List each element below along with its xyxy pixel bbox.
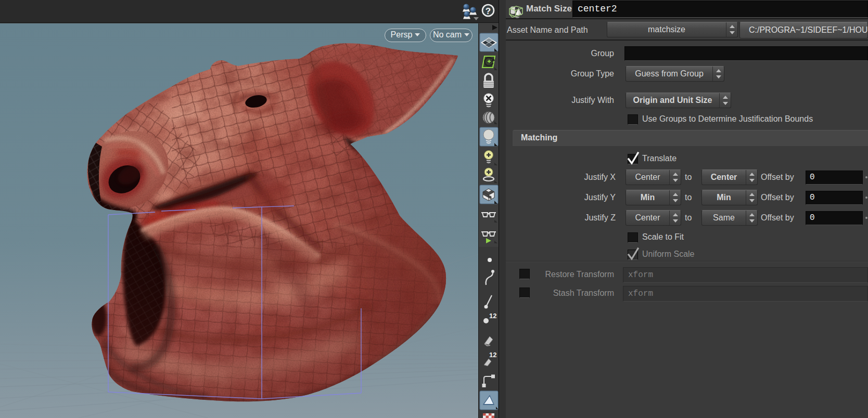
svg-text:12: 12 [489,312,496,320]
svg-text:?: ? [486,6,491,16]
svg-text:12: 12 [489,351,496,359]
